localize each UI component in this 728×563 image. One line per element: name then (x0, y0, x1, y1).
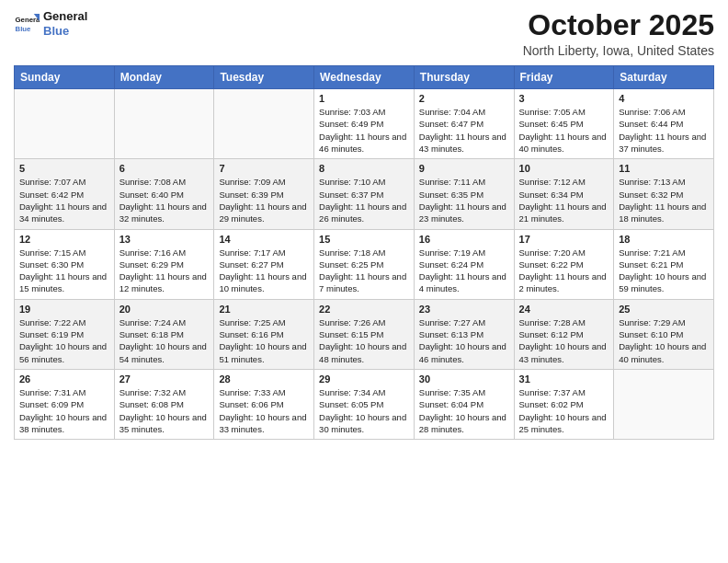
day-number: 27 (119, 373, 210, 385)
day-number: 22 (319, 304, 409, 315)
day-info: Sunrise: 7:08 AM Sunset: 6:40 PM Dayligh… (119, 176, 210, 224)
calendar-week-3: 12Sunrise: 7:15 AM Sunset: 6:30 PM Dayli… (15, 229, 714, 299)
day-info: Sunrise: 7:26 AM Sunset: 6:15 PM Dayligh… (319, 316, 409, 365)
day-number: 1 (319, 93, 409, 104)
day-number: 12 (19, 234, 109, 245)
calendar-cell: 24Sunrise: 7:28 AM Sunset: 6:12 PM Dayli… (514, 299, 614, 369)
day-info: Sunrise: 7:27 AM Sunset: 6:13 PM Dayligh… (419, 316, 509, 365)
day-number: 13 (119, 234, 210, 245)
calendar-week-5: 26Sunrise: 7:31 AM Sunset: 6:09 PM Dayli… (15, 369, 714, 439)
day-info: Sunrise: 7:21 AM Sunset: 6:21 PM Dayligh… (619, 247, 709, 295)
calendar-cell: 8Sunrise: 7:10 AM Sunset: 6:37 PM Daylig… (314, 159, 415, 229)
calendar-cell: 10Sunrise: 7:12 AM Sunset: 6:34 PM Dayli… (514, 159, 614, 229)
day-number: 16 (419, 234, 509, 245)
calendar-cell: 1Sunrise: 7:03 AM Sunset: 6:49 PM Daylig… (314, 89, 415, 159)
calendar-cell: 3Sunrise: 7:05 AM Sunset: 6:45 PM Daylig… (514, 89, 614, 159)
day-info: Sunrise: 7:24 AM Sunset: 6:18 PM Dayligh… (119, 316, 210, 365)
day-info: Sunrise: 7:03 AM Sunset: 6:49 PM Dayligh… (319, 106, 409, 155)
day-info: Sunrise: 7:18 AM Sunset: 6:25 PM Dayligh… (319, 247, 409, 295)
day-info: Sunrise: 7:37 AM Sunset: 6:02 PM Dayligh… (519, 386, 609, 435)
day-number: 17 (519, 234, 609, 245)
calendar-cell: 25Sunrise: 7:29 AM Sunset: 6:10 PM Dayli… (614, 299, 714, 369)
month-title: October 2025 (523, 9, 714, 41)
day-number: 3 (519, 93, 609, 104)
day-header-sunday: Sunday (15, 66, 115, 89)
calendar-cell: 27Sunrise: 7:32 AM Sunset: 6:08 PM Dayli… (114, 369, 214, 439)
day-number: 2 (419, 93, 509, 104)
day-info: Sunrise: 7:09 AM Sunset: 6:39 PM Dayligh… (219, 176, 309, 224)
calendar-cell: 23Sunrise: 7:27 AM Sunset: 6:13 PM Dayli… (414, 299, 514, 369)
day-number: 4 (619, 93, 709, 104)
day-number: 14 (219, 234, 309, 245)
day-number: 21 (219, 304, 309, 315)
calendar-cell: 17Sunrise: 7:20 AM Sunset: 6:22 PM Dayli… (514, 229, 614, 299)
day-number: 25 (619, 304, 709, 315)
calendar-cell: 16Sunrise: 7:19 AM Sunset: 6:24 PM Dayli… (414, 229, 514, 299)
calendar-cell: 19Sunrise: 7:22 AM Sunset: 6:19 PM Dayli… (15, 299, 115, 369)
calendar-cell: 26Sunrise: 7:31 AM Sunset: 6:09 PM Dayli… (15, 369, 115, 439)
logo-line2: Blue (43, 24, 87, 39)
day-info: Sunrise: 7:15 AM Sunset: 6:30 PM Dayligh… (19, 247, 109, 295)
calendar-cell: 18Sunrise: 7:21 AM Sunset: 6:21 PM Dayli… (614, 229, 714, 299)
day-header-monday: Monday (114, 66, 214, 89)
svg-text:General: General (16, 16, 40, 24)
calendar-cell: 21Sunrise: 7:25 AM Sunset: 6:16 PM Dayli… (214, 299, 314, 369)
day-number: 10 (519, 163, 609, 174)
day-info: Sunrise: 7:04 AM Sunset: 6:47 PM Dayligh… (419, 106, 509, 155)
day-number: 19 (19, 304, 109, 315)
calendar-cell: 28Sunrise: 7:33 AM Sunset: 6:06 PM Dayli… (214, 369, 314, 439)
day-info: Sunrise: 7:29 AM Sunset: 6:10 PM Dayligh… (619, 316, 709, 365)
calendar-cell (114, 89, 214, 159)
calendar-cell: 22Sunrise: 7:26 AM Sunset: 6:15 PM Dayli… (314, 299, 415, 369)
day-info: Sunrise: 7:25 AM Sunset: 6:16 PM Dayligh… (219, 316, 309, 365)
day-number: 18 (619, 234, 709, 245)
day-info: Sunrise: 7:13 AM Sunset: 6:32 PM Dayligh… (619, 176, 709, 224)
day-number: 26 (19, 373, 109, 385)
day-info: Sunrise: 7:06 AM Sunset: 6:44 PM Dayligh… (619, 106, 709, 155)
day-header-friday: Friday (514, 66, 614, 89)
day-info: Sunrise: 7:10 AM Sunset: 6:37 PM Dayligh… (319, 176, 409, 224)
logo-text: General Blue (43, 9, 87, 38)
day-info: Sunrise: 7:31 AM Sunset: 6:09 PM Dayligh… (19, 386, 109, 435)
day-number: 6 (119, 163, 210, 174)
day-info: Sunrise: 7:07 AM Sunset: 6:42 PM Dayligh… (19, 176, 109, 224)
day-info: Sunrise: 7:17 AM Sunset: 6:27 PM Dayligh… (219, 247, 309, 295)
calendar-cell: 29Sunrise: 7:34 AM Sunset: 6:05 PM Dayli… (314, 369, 415, 439)
calendar-cell: 14Sunrise: 7:17 AM Sunset: 6:27 PM Dayli… (214, 229, 314, 299)
day-number: 7 (219, 163, 309, 174)
day-info: Sunrise: 7:19 AM Sunset: 6:24 PM Dayligh… (419, 247, 509, 295)
page: General Blue General Blue October 2025 N… (0, 0, 728, 563)
day-info: Sunrise: 7:12 AM Sunset: 6:34 PM Dayligh… (519, 176, 609, 224)
day-number: 29 (319, 373, 409, 385)
day-number: 30 (419, 373, 509, 385)
day-number: 20 (119, 304, 210, 315)
logo-line1: General (43, 9, 87, 24)
day-number: 31 (519, 373, 609, 385)
day-number: 24 (519, 304, 609, 315)
location-title: North Liberty, Iowa, United States (523, 43, 714, 58)
day-number: 9 (419, 163, 509, 174)
calendar-week-1: 1Sunrise: 7:03 AM Sunset: 6:49 PM Daylig… (15, 89, 714, 159)
calendar-cell: 2Sunrise: 7:04 AM Sunset: 6:47 PM Daylig… (414, 89, 514, 159)
calendar-cell: 15Sunrise: 7:18 AM Sunset: 6:25 PM Dayli… (314, 229, 415, 299)
calendar-cell: 5Sunrise: 7:07 AM Sunset: 6:42 PM Daylig… (15, 159, 115, 229)
calendar-cell: 13Sunrise: 7:16 AM Sunset: 6:29 PM Dayli… (114, 229, 214, 299)
day-info: Sunrise: 7:32 AM Sunset: 6:08 PM Dayligh… (119, 386, 210, 435)
day-number: 5 (19, 163, 109, 174)
calendar-week-4: 19Sunrise: 7:22 AM Sunset: 6:19 PM Dayli… (15, 299, 714, 369)
day-info: Sunrise: 7:35 AM Sunset: 6:04 PM Dayligh… (419, 386, 509, 435)
calendar-header-row: SundayMondayTuesdayWednesdayThursdayFrid… (15, 66, 714, 89)
day-number: 23 (419, 304, 509, 315)
calendar-cell: 9Sunrise: 7:11 AM Sunset: 6:35 PM Daylig… (414, 159, 514, 229)
day-header-wednesday: Wednesday (314, 66, 415, 89)
header: General Blue General Blue October 2025 N… (14, 9, 714, 58)
day-info: Sunrise: 7:28 AM Sunset: 6:12 PM Dayligh… (519, 316, 609, 365)
calendar: SundayMondayTuesdayWednesdayThursdayFrid… (14, 65, 714, 440)
day-header-tuesday: Tuesday (214, 66, 314, 89)
calendar-cell: 20Sunrise: 7:24 AM Sunset: 6:18 PM Dayli… (114, 299, 214, 369)
calendar-week-2: 5Sunrise: 7:07 AM Sunset: 6:42 PM Daylig… (15, 159, 714, 229)
day-info: Sunrise: 7:22 AM Sunset: 6:19 PM Dayligh… (19, 316, 109, 365)
day-info: Sunrise: 7:11 AM Sunset: 6:35 PM Dayligh… (419, 176, 509, 224)
day-number: 28 (219, 373, 309, 385)
calendar-cell: 12Sunrise: 7:15 AM Sunset: 6:30 PM Dayli… (15, 229, 115, 299)
